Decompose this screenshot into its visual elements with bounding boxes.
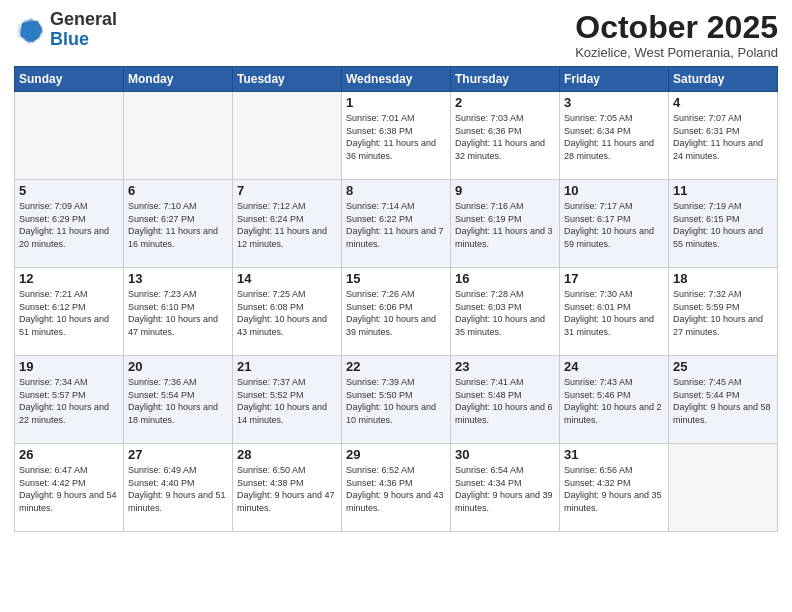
col-sunday: Sunday bbox=[15, 67, 124, 92]
day-info: Sunrise: 6:54 AM Sunset: 4:34 PM Dayligh… bbox=[455, 464, 555, 514]
day-info: Sunrise: 7:43 AM Sunset: 5:46 PM Dayligh… bbox=[564, 376, 664, 426]
page: General Blue October 2025 Kozielice, Wes… bbox=[0, 0, 792, 612]
cell-3-5: 24Sunrise: 7:43 AM Sunset: 5:46 PM Dayli… bbox=[560, 356, 669, 444]
day-info: Sunrise: 7:39 AM Sunset: 5:50 PM Dayligh… bbox=[346, 376, 446, 426]
day-info: Sunrise: 6:47 AM Sunset: 4:42 PM Dayligh… bbox=[19, 464, 119, 514]
cell-0-6: 4Sunrise: 7:07 AM Sunset: 6:31 PM Daylig… bbox=[669, 92, 778, 180]
day-info: Sunrise: 7:23 AM Sunset: 6:10 PM Dayligh… bbox=[128, 288, 228, 338]
cell-2-5: 17Sunrise: 7:30 AM Sunset: 6:01 PM Dayli… bbox=[560, 268, 669, 356]
day-number: 30 bbox=[455, 447, 555, 462]
day-info: Sunrise: 7:28 AM Sunset: 6:03 PM Dayligh… bbox=[455, 288, 555, 338]
day-info: Sunrise: 7:36 AM Sunset: 5:54 PM Dayligh… bbox=[128, 376, 228, 426]
cell-3-3: 22Sunrise: 7:39 AM Sunset: 5:50 PM Dayli… bbox=[342, 356, 451, 444]
header-row: Sunday Monday Tuesday Wednesday Thursday… bbox=[15, 67, 778, 92]
day-number: 9 bbox=[455, 183, 555, 198]
logo-icon bbox=[14, 14, 46, 46]
day-number: 4 bbox=[673, 95, 773, 110]
day-info: Sunrise: 7:32 AM Sunset: 5:59 PM Dayligh… bbox=[673, 288, 773, 338]
col-saturday: Saturday bbox=[669, 67, 778, 92]
day-number: 28 bbox=[237, 447, 337, 462]
day-number: 8 bbox=[346, 183, 446, 198]
day-info: Sunrise: 6:56 AM Sunset: 4:32 PM Dayligh… bbox=[564, 464, 664, 514]
day-number: 18 bbox=[673, 271, 773, 286]
day-number: 11 bbox=[673, 183, 773, 198]
month-title: October 2025 bbox=[575, 10, 778, 45]
calendar-table: Sunday Monday Tuesday Wednesday Thursday… bbox=[14, 66, 778, 532]
cell-2-6: 18Sunrise: 7:32 AM Sunset: 5:59 PM Dayli… bbox=[669, 268, 778, 356]
cell-1-4: 9Sunrise: 7:16 AM Sunset: 6:19 PM Daylig… bbox=[451, 180, 560, 268]
day-number: 20 bbox=[128, 359, 228, 374]
week-row-1: 1Sunrise: 7:01 AM Sunset: 6:38 PM Daylig… bbox=[15, 92, 778, 180]
day-info: Sunrise: 7:34 AM Sunset: 5:57 PM Dayligh… bbox=[19, 376, 119, 426]
day-info: Sunrise: 7:37 AM Sunset: 5:52 PM Dayligh… bbox=[237, 376, 337, 426]
day-number: 27 bbox=[128, 447, 228, 462]
cell-1-1: 6Sunrise: 7:10 AM Sunset: 6:27 PM Daylig… bbox=[124, 180, 233, 268]
day-number: 17 bbox=[564, 271, 664, 286]
cell-1-2: 7Sunrise: 7:12 AM Sunset: 6:24 PM Daylig… bbox=[233, 180, 342, 268]
cell-4-2: 28Sunrise: 6:50 AM Sunset: 4:38 PM Dayli… bbox=[233, 444, 342, 532]
cell-3-1: 20Sunrise: 7:36 AM Sunset: 5:54 PM Dayli… bbox=[124, 356, 233, 444]
location: Kozielice, West Pomerania, Poland bbox=[575, 45, 778, 60]
day-info: Sunrise: 6:52 AM Sunset: 4:36 PM Dayligh… bbox=[346, 464, 446, 514]
day-info: Sunrise: 7:26 AM Sunset: 6:06 PM Dayligh… bbox=[346, 288, 446, 338]
day-number: 2 bbox=[455, 95, 555, 110]
day-number: 25 bbox=[673, 359, 773, 374]
cell-4-6 bbox=[669, 444, 778, 532]
day-number: 23 bbox=[455, 359, 555, 374]
week-row-4: 19Sunrise: 7:34 AM Sunset: 5:57 PM Dayli… bbox=[15, 356, 778, 444]
week-row-2: 5Sunrise: 7:09 AM Sunset: 6:29 PM Daylig… bbox=[15, 180, 778, 268]
week-row-3: 12Sunrise: 7:21 AM Sunset: 6:12 PM Dayli… bbox=[15, 268, 778, 356]
day-number: 16 bbox=[455, 271, 555, 286]
cell-0-4: 2Sunrise: 7:03 AM Sunset: 6:36 PM Daylig… bbox=[451, 92, 560, 180]
cell-2-1: 13Sunrise: 7:23 AM Sunset: 6:10 PM Dayli… bbox=[124, 268, 233, 356]
day-info: Sunrise: 7:41 AM Sunset: 5:48 PM Dayligh… bbox=[455, 376, 555, 426]
day-number: 22 bbox=[346, 359, 446, 374]
day-number: 12 bbox=[19, 271, 119, 286]
cell-2-0: 12Sunrise: 7:21 AM Sunset: 6:12 PM Dayli… bbox=[15, 268, 124, 356]
day-info: Sunrise: 7:25 AM Sunset: 6:08 PM Dayligh… bbox=[237, 288, 337, 338]
day-number: 29 bbox=[346, 447, 446, 462]
cell-1-5: 10Sunrise: 7:17 AM Sunset: 6:17 PM Dayli… bbox=[560, 180, 669, 268]
cell-0-1 bbox=[124, 92, 233, 180]
day-info: Sunrise: 7:16 AM Sunset: 6:19 PM Dayligh… bbox=[455, 200, 555, 250]
day-info: Sunrise: 7:21 AM Sunset: 6:12 PM Dayligh… bbox=[19, 288, 119, 338]
day-info: Sunrise: 6:50 AM Sunset: 4:38 PM Dayligh… bbox=[237, 464, 337, 514]
col-tuesday: Tuesday bbox=[233, 67, 342, 92]
day-number: 13 bbox=[128, 271, 228, 286]
day-info: Sunrise: 7:14 AM Sunset: 6:22 PM Dayligh… bbox=[346, 200, 446, 250]
cell-1-6: 11Sunrise: 7:19 AM Sunset: 6:15 PM Dayli… bbox=[669, 180, 778, 268]
cell-0-0 bbox=[15, 92, 124, 180]
day-info: Sunrise: 7:30 AM Sunset: 6:01 PM Dayligh… bbox=[564, 288, 664, 338]
day-info: Sunrise: 7:17 AM Sunset: 6:17 PM Dayligh… bbox=[564, 200, 664, 250]
day-number: 26 bbox=[19, 447, 119, 462]
day-number: 31 bbox=[564, 447, 664, 462]
day-number: 21 bbox=[237, 359, 337, 374]
cell-0-5: 3Sunrise: 7:05 AM Sunset: 6:34 PM Daylig… bbox=[560, 92, 669, 180]
week-row-5: 26Sunrise: 6:47 AM Sunset: 4:42 PM Dayli… bbox=[15, 444, 778, 532]
cell-4-4: 30Sunrise: 6:54 AM Sunset: 4:34 PM Dayli… bbox=[451, 444, 560, 532]
cell-1-3: 8Sunrise: 7:14 AM Sunset: 6:22 PM Daylig… bbox=[342, 180, 451, 268]
day-number: 5 bbox=[19, 183, 119, 198]
header: General Blue October 2025 Kozielice, Wes… bbox=[14, 10, 778, 60]
day-info: Sunrise: 7:05 AM Sunset: 6:34 PM Dayligh… bbox=[564, 112, 664, 162]
day-number: 14 bbox=[237, 271, 337, 286]
day-info: Sunrise: 7:12 AM Sunset: 6:24 PM Dayligh… bbox=[237, 200, 337, 250]
day-info: Sunrise: 6:49 AM Sunset: 4:40 PM Dayligh… bbox=[128, 464, 228, 514]
cell-3-4: 23Sunrise: 7:41 AM Sunset: 5:48 PM Dayli… bbox=[451, 356, 560, 444]
day-number: 1 bbox=[346, 95, 446, 110]
day-number: 3 bbox=[564, 95, 664, 110]
cell-3-0: 19Sunrise: 7:34 AM Sunset: 5:57 PM Dayli… bbox=[15, 356, 124, 444]
cell-4-3: 29Sunrise: 6:52 AM Sunset: 4:36 PM Dayli… bbox=[342, 444, 451, 532]
cell-0-2 bbox=[233, 92, 342, 180]
cell-2-2: 14Sunrise: 7:25 AM Sunset: 6:08 PM Dayli… bbox=[233, 268, 342, 356]
day-info: Sunrise: 7:03 AM Sunset: 6:36 PM Dayligh… bbox=[455, 112, 555, 162]
col-monday: Monday bbox=[124, 67, 233, 92]
day-number: 7 bbox=[237, 183, 337, 198]
cell-0-3: 1Sunrise: 7:01 AM Sunset: 6:38 PM Daylig… bbox=[342, 92, 451, 180]
day-info: Sunrise: 7:01 AM Sunset: 6:38 PM Dayligh… bbox=[346, 112, 446, 162]
cell-3-2: 21Sunrise: 7:37 AM Sunset: 5:52 PM Dayli… bbox=[233, 356, 342, 444]
logo: General Blue bbox=[14, 10, 117, 50]
col-thursday: Thursday bbox=[451, 67, 560, 92]
day-info: Sunrise: 7:07 AM Sunset: 6:31 PM Dayligh… bbox=[673, 112, 773, 162]
cell-4-1: 27Sunrise: 6:49 AM Sunset: 4:40 PM Dayli… bbox=[124, 444, 233, 532]
